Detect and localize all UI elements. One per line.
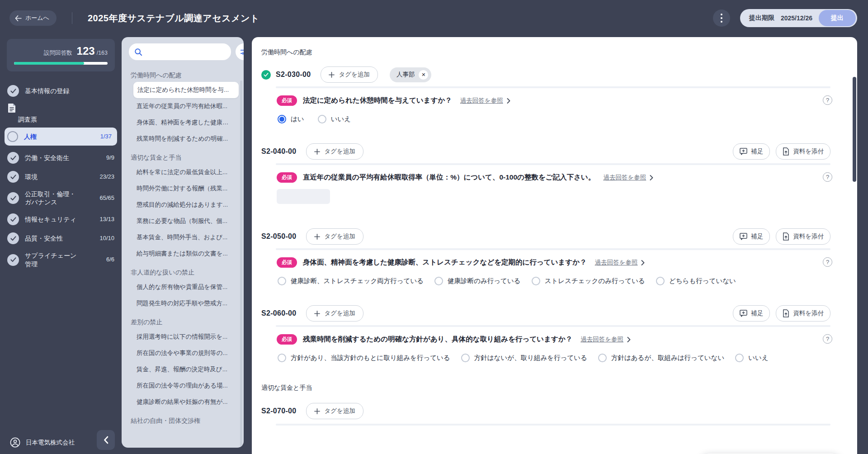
nav-question-item[interactable]: 問題発生時の対応手順や懲戒方... xyxy=(122,295,244,312)
supplement-button[interactable]: 補足 xyxy=(733,143,770,160)
document-icon xyxy=(7,103,16,113)
nav-question-item[interactable]: 残業時間を削減するための明確... xyxy=(122,131,244,147)
nav-question-item[interactable]: 基本賃金、時間外手当、および... xyxy=(122,229,244,246)
question-id: S2-070-00 xyxy=(261,407,296,415)
nav-question-item[interactable]: 法定に定められた休憩時間を与... xyxy=(133,82,239,98)
add-tag-button[interactable]: タグを追加 xyxy=(306,228,363,245)
past-answers-link[interactable]: 過去回答を参照 xyxy=(603,174,646,182)
radio-option[interactable]: いいえ xyxy=(318,115,351,123)
radio-option[interactable]: 健康診断のみ行っている xyxy=(434,277,521,285)
add-tag-button[interactable]: タグを追加 xyxy=(306,143,363,160)
panel-scrollbar[interactable] xyxy=(240,80,242,448)
sidebar-item-supply-chain[interactable]: サプライチェーン管理 6/6 xyxy=(0,248,122,271)
check-circle-icon xyxy=(7,192,19,204)
radio-icon xyxy=(656,277,665,285)
sidebar-item-label: 公正取引・倫理・ガバナンス xyxy=(25,190,80,206)
sidebar-item-basic-info[interactable]: 基本情報の登録 xyxy=(0,81,122,100)
nav-question-item[interactable]: 懲戒目的の減給処分はあります... xyxy=(122,197,244,213)
search-input[interactable] xyxy=(146,48,226,55)
radio-option[interactable]: いいえ xyxy=(735,354,769,362)
add-tag-button[interactable]: タグを追加 xyxy=(306,305,363,322)
add-tag-button[interactable]: タグを追加 xyxy=(306,403,363,419)
add-tag-label: タグを追加 xyxy=(324,309,355,317)
required-badge: 必須 xyxy=(277,172,297,183)
radio-option[interactable]: 方針はないが、取り組みを行っている xyxy=(461,354,587,362)
nav-group-title: 結社の自由・団体交渉権 xyxy=(122,410,244,427)
supplement-button[interactable]: 補足 xyxy=(733,305,770,322)
nav-question-item[interactable]: 身体面、精神面を考慮した健康… xyxy=(122,114,244,131)
nav-question-item[interactable]: 直近年の従業員の平均有給休暇... xyxy=(122,98,244,114)
content-section-title: 労働時間への配慮 xyxy=(261,48,857,57)
past-answers-link[interactable]: 過去回答を参照 xyxy=(595,259,638,267)
sidebar-item-environment[interactable]: 環境 23/23 xyxy=(0,167,122,186)
nav-question-item[interactable]: 給料を常に法定の最低賃金以上... xyxy=(122,164,244,180)
nav-question-item[interactable]: 所在国の法令等の理由がある場... xyxy=(122,378,244,394)
radio-option[interactable]: 方針があり、当該方針のもとに取り組みを行っている xyxy=(278,354,450,362)
remove-tag-button[interactable]: ✕ xyxy=(419,70,428,80)
file-upload-icon xyxy=(783,232,789,241)
question-id: S2-060-00 xyxy=(261,309,296,317)
help-icon[interactable]: ? xyxy=(823,334,832,344)
deadline-pill: 提出期限 2025/12/26 提出 xyxy=(740,9,857,27)
radio-option[interactable]: ストレスチェックのみ行っている xyxy=(532,277,645,285)
nav-question-item[interactable]: 採用選考時に以下の情報開示を... xyxy=(122,329,244,345)
help-icon[interactable]: ? xyxy=(823,257,832,267)
sidebar-item-fair-trade[interactable]: 公正取引・倫理・ガバナンス 65/65 xyxy=(0,186,122,210)
radio-icon xyxy=(434,277,443,285)
help-icon[interactable]: ? xyxy=(823,172,832,182)
supplement-button[interactable]: 補足 xyxy=(733,228,770,245)
nav-question-item[interactable]: 賃金、昇進、報酬の決定時及び... xyxy=(122,361,244,378)
company-name: 日本電気株式会社 xyxy=(26,439,75,447)
nav-question-item[interactable]: 健康診断の結果や妊娠の有無が... xyxy=(122,394,244,410)
attach-file-button[interactable]: 資料を添付 xyxy=(776,228,830,245)
question-text: 直近年の従業員の平均有給休暇取得率（単位：%）について、0-100の整数をご記入… xyxy=(303,173,595,182)
sidebar-item-label: 調査票 xyxy=(18,116,114,124)
sidebar-item-count: 13/13 xyxy=(99,216,114,223)
radio-label: はい xyxy=(291,115,304,123)
sidebar-item-info-security[interactable]: 情報セキュリティ 13/13 xyxy=(0,210,122,229)
back-home-button[interactable]: ホームへ xyxy=(9,10,57,26)
past-answers-link[interactable]: 過去回答を参照 xyxy=(580,336,623,344)
add-tag-label: タグを追加 xyxy=(324,147,355,156)
filter-button[interactable] xyxy=(236,43,244,60)
radio-label: 方針はないが、取り組みを行っている xyxy=(474,354,587,362)
sidebar-item-quality-safety[interactable]: 品質・安全性 10/10 xyxy=(0,229,122,248)
filter-icon xyxy=(240,49,244,55)
percentage-input[interactable] xyxy=(277,189,330,204)
check-circle-icon xyxy=(7,85,19,97)
past-answers-link[interactable]: 過去回答を参照 xyxy=(460,97,503,105)
nav-question-item[interactable]: 個人的な所有物や貴重品を保管... xyxy=(122,279,244,295)
radio-option[interactable]: 方針はあるが、取組みは行っていない xyxy=(598,354,724,362)
sidebar-item-count: 10/10 xyxy=(99,235,114,242)
required-badge: 必須 xyxy=(277,95,297,106)
sidebar-collapse-button[interactable] xyxy=(97,430,115,450)
chevron-right-icon xyxy=(650,175,653,180)
progress-bar-fill xyxy=(14,62,84,65)
deadline-date: 2025/12/26 xyxy=(781,14,812,22)
attach-file-button[interactable]: 資料を添付 xyxy=(776,143,830,160)
sidebar-item-human-rights[interactable]: 人権 1/37 xyxy=(5,128,117,146)
sidebar-item-labor-safety[interactable]: 労働・安全衛生 9/9 xyxy=(0,148,122,167)
radio-icon xyxy=(278,354,286,362)
add-tag-button[interactable]: タグを追加 xyxy=(321,66,377,83)
radio-option[interactable]: はい xyxy=(278,115,304,123)
nav-question-item[interactable]: 給与明細書または類似の文書を... xyxy=(122,246,244,262)
supplement-label: 補足 xyxy=(751,147,763,156)
help-icon[interactable]: ? xyxy=(823,95,832,105)
attach-file-button[interactable]: 資料を添付 xyxy=(776,305,830,322)
sidebar-item-survey[interactable]: 調査票 xyxy=(0,100,122,125)
deadline-label: 提出期限 xyxy=(749,14,774,22)
nav-question-item[interactable]: 時間外労働に対する報酬（残業... xyxy=(122,180,244,197)
submit-button[interactable]: 提出 xyxy=(819,10,856,26)
main-scrollbar[interactable] xyxy=(853,77,856,182)
sidebar-item-label: 情報セキュリティ xyxy=(25,215,76,223)
radio-option[interactable]: どちらも行っていない xyxy=(656,277,736,285)
nav-question-item[interactable]: 業務に必要な物品（制服代、個... xyxy=(122,213,244,229)
nav-group-title: 非人道的な扱いの禁止 xyxy=(122,262,244,279)
company-row: 日本電気株式会社 xyxy=(0,437,82,448)
more-menu-button[interactable] xyxy=(713,9,730,27)
sidebar-item-label: サプライチェーン管理 xyxy=(25,251,80,268)
radio-option[interactable]: 健康診断、ストレスチェック両方行っている xyxy=(278,277,424,285)
nav-question-item[interactable]: 所在国の法令や事業の規則等の... xyxy=(122,345,244,361)
divider xyxy=(276,248,830,250)
